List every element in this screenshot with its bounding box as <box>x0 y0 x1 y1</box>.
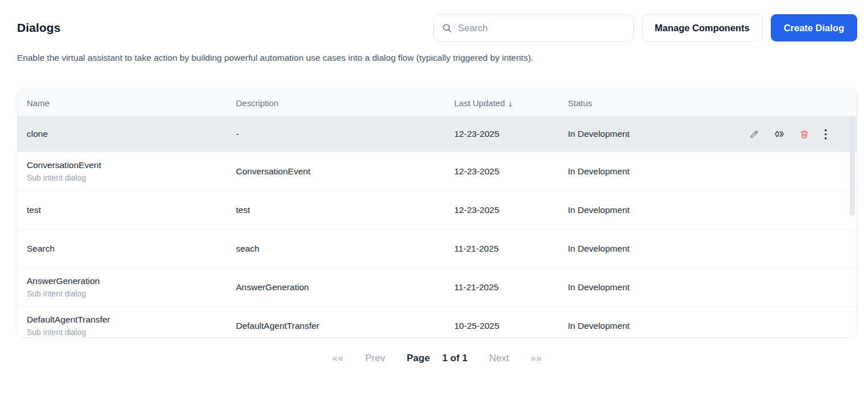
pagination-page-value: 1 of 1 <box>442 353 467 364</box>
row-description: seach <box>236 244 454 254</box>
row-subtitle: Sub intent dialog <box>27 173 236 182</box>
table-row[interactable]: clone - 12-23-2025 In Development <box>18 116 857 152</box>
row-last-updated: 12-23-2025 <box>454 129 568 139</box>
table-body: clone - 12-23-2025 In Development <box>18 116 857 338</box>
row-name-cell: test <box>18 205 236 215</box>
column-header-last-updated[interactable]: Last Updated↓ <box>454 98 568 108</box>
row-last-updated: 12-23-2025 <box>454 205 568 215</box>
sort-desc-icon[interactable]: ↓ <box>508 98 513 108</box>
row-description: test <box>236 205 454 215</box>
table-row[interactable]: DefaultAgentTransfer Sub intent dialog D… <box>18 307 857 338</box>
row-name-cell: AnswerGeneration Sub intent dialog <box>18 276 236 298</box>
row-subtitle: Sub intent dialog <box>27 289 236 298</box>
row-description: AnswerGeneration <box>236 282 454 292</box>
row-last-updated: 11-21-2025 <box>454 282 568 292</box>
pagination-prev-button[interactable]: Prev <box>366 353 385 364</box>
row-status: In Development <box>568 321 754 331</box>
pagination-next-button[interactable]: Next <box>489 353 509 364</box>
column-header-description[interactable]: Description <box>236 98 454 108</box>
table-row[interactable]: ConversationEvent Sub intent dialog Conv… <box>18 152 857 191</box>
column-header-status[interactable]: Status <box>568 98 754 108</box>
row-name: test <box>27 205 236 215</box>
row-description: - <box>236 129 454 139</box>
toolbar: Manage Components Create Dialog <box>433 14 857 41</box>
table-row[interactable]: AnswerGeneration Sub intent dialog Answe… <box>18 268 857 307</box>
delete-icon[interactable] <box>800 129 809 139</box>
pagination-first-button[interactable]: «« <box>333 353 344 363</box>
table-scrollbar-track[interactable] <box>850 117 855 337</box>
edit-icon[interactable] <box>749 129 759 139</box>
pagination-page-label: Page <box>406 353 430 364</box>
row-status: In Development <box>568 282 754 292</box>
manage-components-button[interactable]: Manage Components <box>642 14 763 41</box>
search-input[interactable] <box>458 23 625 34</box>
row-name-cell: Search <box>18 244 236 254</box>
row-actions <box>754 129 857 140</box>
row-status: In Development <box>568 205 754 215</box>
search-box[interactable] <box>433 14 634 41</box>
row-status: In Development <box>568 166 754 177</box>
row-name: Search <box>27 244 236 254</box>
row-status: In Development <box>568 244 754 254</box>
row-description: ConversationEvent <box>236 166 454 177</box>
table-header-row: Name Description Last Updated↓ Status <box>18 90 857 116</box>
column-header-last-updated-label: Last Updated <box>454 98 505 108</box>
dialogs-table: Name Description Last Updated↓ Status cl… <box>17 89 857 338</box>
page-title: Dialogs <box>17 21 61 35</box>
pagination-page-indicator: Page 1 of 1 <box>406 353 467 364</box>
row-name-cell: ConversationEvent Sub intent dialog <box>18 160 236 182</box>
pagination: «« Prev Page 1 of 1 Next »» <box>17 353 857 364</box>
row-last-updated: 11-21-2025 <box>454 244 568 254</box>
row-last-updated: 10-25-2025 <box>454 321 568 331</box>
table-scrollbar-thumb[interactable] <box>850 118 855 216</box>
table-row[interactable]: test test 12-23-2025 In Development <box>18 191 857 229</box>
row-status: In Development <box>568 129 754 139</box>
dialogs-page: Dialogs Manage Components Create Dialog … <box>0 14 868 364</box>
versions-icon[interactable] <box>774 129 784 139</box>
row-name-cell: DefaultAgentTransfer Sub intent dialog <box>18 315 236 337</box>
pagination-last-button[interactable]: »» <box>530 353 542 363</box>
row-name: DefaultAgentTransfer <box>27 315 236 325</box>
row-last-updated: 12-23-2025 <box>454 166 568 177</box>
row-subtitle: Sub intent dialog <box>27 328 236 337</box>
column-header-name[interactable]: Name <box>18 98 236 108</box>
row-name-cell: clone <box>18 129 236 139</box>
kebab-menu-icon[interactable] <box>824 129 827 140</box>
create-dialog-button[interactable]: Create Dialog <box>771 14 857 41</box>
page-subtitle: Enable the virtual assistant to take act… <box>17 53 857 63</box>
row-name: clone <box>27 129 236 139</box>
row-description: DefaultAgentTransfer <box>236 321 454 331</box>
search-icon <box>442 23 452 34</box>
row-name: ConversationEvent <box>27 160 236 170</box>
page-header: Dialogs Manage Components Create Dialog <box>17 14 857 41</box>
row-name: AnswerGeneration <box>27 276 236 286</box>
table-row[interactable]: Search seach 11-21-2025 In Development <box>18 229 857 268</box>
